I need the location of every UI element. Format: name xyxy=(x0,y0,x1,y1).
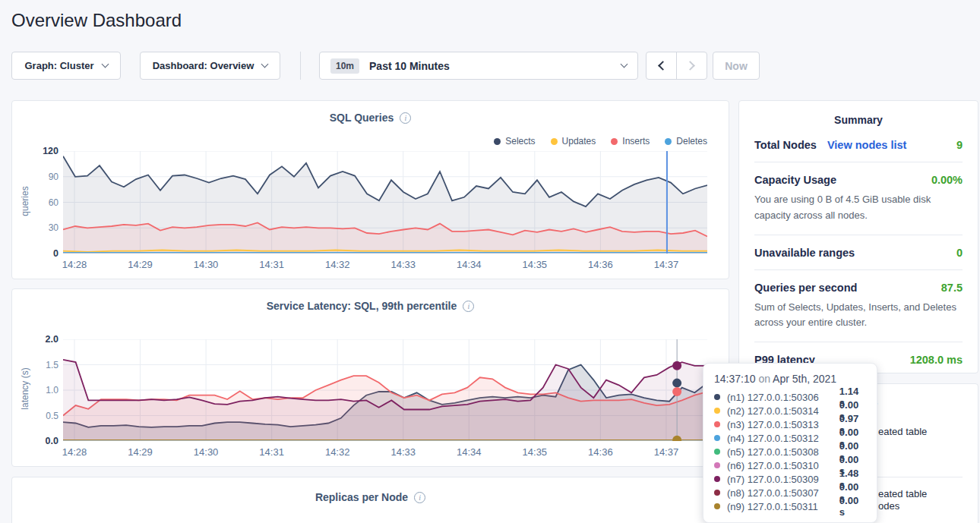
summary-panel-header: Summary xyxy=(754,101,963,128)
node-dot-icon xyxy=(714,421,720,427)
chevron-right-icon xyxy=(685,61,695,71)
event-text-fragment: eated table xyxy=(878,426,927,437)
service-latency-chart-title: Service Latency: SQL, 99th percentile xyxy=(267,300,457,312)
sql-queries-chart-card: SQL Queries i SelectsUpdatesInsertsDelet… xyxy=(11,100,729,279)
x-axis-tick: 14:30 xyxy=(194,446,219,458)
info-icon[interactable]: i xyxy=(400,112,411,124)
x-axis-tick: 14:31 xyxy=(259,259,284,270)
event-text-fragment: eated table xyxy=(878,488,927,499)
legend-item: Deletes xyxy=(665,136,707,147)
graph-dropdown-label: Graph: Cluster xyxy=(24,60,93,71)
info-icon[interactable]: i xyxy=(463,301,474,312)
x-axis-tick: 14:32 xyxy=(325,259,350,270)
now-button-label: Now xyxy=(725,60,748,72)
time-forward-button[interactable] xyxy=(677,52,707,79)
chevron-left-icon xyxy=(658,61,668,71)
x-axis-tick: 14:31 xyxy=(259,446,284,458)
x-axis-tick: 14:37 xyxy=(654,446,679,458)
capacity-usage-row: Capacity Usage 0.00% You are using 0 B o… xyxy=(754,162,963,235)
x-axis-tick: 14:28 xyxy=(62,446,87,458)
legend-dot-icon xyxy=(551,138,558,145)
graph-dropdown[interactable]: Graph: Cluster xyxy=(11,52,121,80)
x-axis-tick: 14:34 xyxy=(457,259,482,270)
y-axis-label: latency (s) xyxy=(20,347,30,430)
time-range-label: Past 10 Minutes xyxy=(369,60,450,72)
node-dot-icon xyxy=(714,408,720,414)
y-axis-tick: 120 xyxy=(16,146,58,156)
chevron-down-icon xyxy=(101,61,109,68)
x-axis-tick: 14:35 xyxy=(523,259,548,270)
service-latency-plot[interactable] xyxy=(63,339,707,441)
x-axis-tick: 14:32 xyxy=(325,446,350,458)
queries-per-second-description: Sum of Selects, Updates, Inserts, and De… xyxy=(754,300,963,332)
chevron-down-icon xyxy=(621,61,628,68)
summary-panel: Summary Total Nodes View nodes list 9 Ca… xyxy=(738,100,978,373)
dashboard-dropdown[interactable]: Dashboard: Overview xyxy=(140,52,280,80)
page-title: Overview Dashboard xyxy=(11,10,182,31)
legend-item: Selects xyxy=(494,136,535,147)
info-icon[interactable]: i xyxy=(414,492,425,503)
sql-queries-legend: SelectsUpdatesInsertsDeletes xyxy=(494,136,707,147)
node-dot-icon xyxy=(714,490,720,496)
time-back-button[interactable] xyxy=(646,52,676,79)
legend-dot-icon xyxy=(665,138,672,145)
x-axis-tick: 14:33 xyxy=(390,446,416,458)
y-axis-tick: 2.0 xyxy=(16,334,58,345)
capacity-usage-description: You are using 0 B of 4.5 GiB usable disk… xyxy=(754,192,963,224)
time-nav-group xyxy=(646,52,707,80)
x-axis-tick: 14:28 xyxy=(62,259,87,270)
x-axis-tick: 14:30 xyxy=(194,259,219,270)
chevron-down-icon xyxy=(261,61,269,68)
node-dot-icon xyxy=(714,462,720,468)
capacity-usage-label: Capacity Usage xyxy=(754,174,836,186)
unavailable-ranges-row: Unavailable ranges 0 xyxy=(754,235,963,270)
legend-item: Inserts xyxy=(611,136,650,147)
event-text-fragment: odes xyxy=(878,500,899,512)
x-axis-tick: 14:34 xyxy=(457,446,482,458)
x-axis-tick: 14:29 xyxy=(128,259,153,270)
node-dot-icon xyxy=(714,476,720,482)
y-axis-label: queries xyxy=(20,159,30,243)
tooltip-timestamp: 14:37:10 on Apr 5th, 2021 xyxy=(714,373,866,385)
total-nodes-value: 9 xyxy=(956,139,963,151)
p99-latency-value: 1208.0 ms xyxy=(910,354,963,366)
queries-per-second-row: Queries per second 87.5 Sum of Selects, … xyxy=(754,270,963,343)
node-dot-icon xyxy=(714,394,720,400)
x-axis-tick: 14:35 xyxy=(523,446,548,458)
x-axis-tick: 14:36 xyxy=(588,446,613,458)
overview-dashboard-page: Overview Dashboard Graph: Cluster Dashbo… xyxy=(0,0,980,523)
y-axis-tick: 0.0 xyxy=(16,436,58,446)
node-dot-icon xyxy=(714,435,720,441)
latency-tooltip: 14:37:10 on Apr 5th, 2021 (n1) 127.0.0.1… xyxy=(703,363,877,523)
service-latency-chart-card: Service Latency: SQL, 99th percentile i … xyxy=(11,288,729,467)
replicas-per-node-chart-card: Replicas per Node i xyxy=(11,477,729,523)
legend-dot-icon xyxy=(611,138,618,145)
sql-queries-plot[interactable] xyxy=(63,151,707,254)
dashboard-dropdown-label: Dashboard: Overview xyxy=(153,60,254,71)
node-dot-icon xyxy=(714,449,720,455)
node-dot-icon xyxy=(714,503,720,509)
total-nodes-row: Total Nodes View nodes list 9 xyxy=(754,128,963,162)
latency-tooltip-rows: (n1) 127.0.0.1:503061.14 s(n2) 127.0.0.1… xyxy=(714,390,866,513)
x-axis-tick: 14:29 xyxy=(128,446,153,458)
replicas-per-node-chart-title: Replicas per Node xyxy=(315,491,408,503)
total-nodes-label: Total Nodes xyxy=(754,139,817,151)
view-nodes-list-link[interactable]: View nodes list xyxy=(827,139,907,151)
legend-dot-icon xyxy=(494,138,501,145)
capacity-usage-value: 0.00% xyxy=(931,174,963,186)
toolbar-divider xyxy=(300,52,301,80)
unavailable-ranges-value: 0 xyxy=(956,247,963,259)
x-axis-tick: 14:36 xyxy=(588,259,613,270)
time-range-dropdown[interactable]: 10m Past 10 Minutes xyxy=(319,52,638,80)
sql-queries-chart-title: SQL Queries xyxy=(330,112,394,124)
tooltip-row: (n9) 127.0.0.1:503110.00 s xyxy=(714,499,866,513)
legend-item: Updates xyxy=(551,136,596,147)
time-range-badge: 10m xyxy=(330,58,359,74)
queries-per-second-value: 87.5 xyxy=(941,282,963,294)
queries-per-second-label: Queries per second xyxy=(754,282,857,294)
x-axis-tick: 14:33 xyxy=(390,259,416,270)
x-axis-tick: 14:37 xyxy=(654,259,679,270)
unavailable-ranges-label: Unavailable ranges xyxy=(754,247,855,259)
y-axis-tick: 0 xyxy=(16,248,58,259)
now-button[interactable]: Now xyxy=(713,52,760,80)
